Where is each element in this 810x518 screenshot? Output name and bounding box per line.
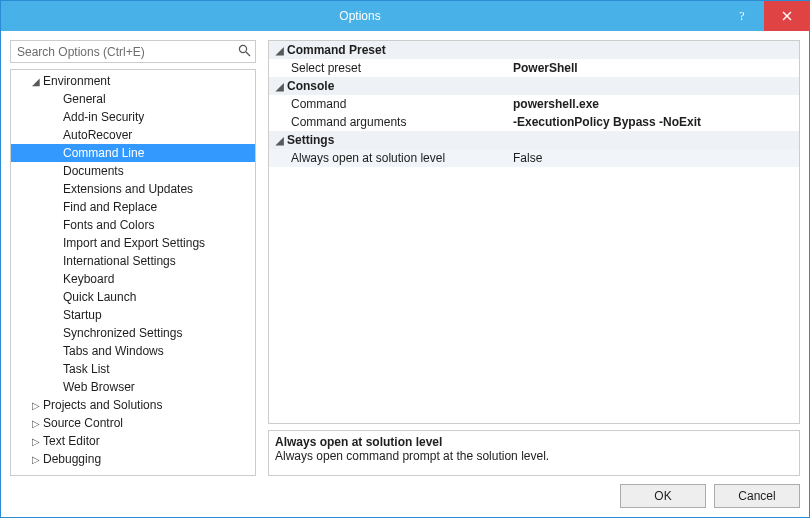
tree-item-label: Web Browser — [63, 380, 135, 394]
tree-item-label: Startup — [63, 308, 102, 322]
window-title: Options — [1, 9, 719, 23]
expander-closed-icon: ▷ — [29, 454, 43, 465]
tree-item-label: Quick Launch — [63, 290, 136, 304]
tree-item-label: Debugging — [43, 452, 101, 466]
property-category[interactable]: ◢Console — [269, 77, 799, 95]
help-button[interactable]: ? — [719, 1, 764, 31]
tree-item-label: Command Line — [63, 146, 144, 160]
tree-item[interactable]: Startup — [11, 306, 255, 324]
property-value[interactable]: powershell.exe — [509, 97, 799, 111]
description-pane: Always open at solution level Always ope… — [268, 430, 800, 476]
tree-item[interactable]: Extensions and Updates — [11, 180, 255, 198]
category-tree[interactable]: ◢EnvironmentGeneralAdd-in SecurityAutoRe… — [11, 70, 255, 475]
tree-item-label: Add-in Security — [63, 110, 144, 124]
property-row[interactable]: Always open at solution levelFalse — [269, 149, 799, 167]
tree-item[interactable]: AutoRecover — [11, 126, 255, 144]
tree-item[interactable]: ▷Source Control — [11, 414, 255, 432]
category-label: Command Preset — [287, 43, 386, 57]
ok-button[interactable]: OK — [620, 484, 706, 508]
tree-item-label: Fonts and Colors — [63, 218, 154, 232]
property-row[interactable]: Command arguments-ExecutionPolicy Bypass… — [269, 113, 799, 131]
property-label: Command arguments — [269, 115, 509, 129]
svg-line-2 — [246, 52, 250, 56]
tree-item-label: Source Control — [43, 416, 123, 430]
tree-item[interactable]: ▷Debugging — [11, 450, 255, 468]
tree-item-label: Extensions and Updates — [63, 182, 193, 196]
dialog-footer: OK Cancel — [10, 484, 800, 508]
tree-item[interactable]: Keyboard — [11, 270, 255, 288]
expander-closed-icon: ▷ — [29, 436, 43, 447]
tree-item-label: International Settings — [63, 254, 176, 268]
property-label: Always open at solution level — [269, 151, 509, 165]
svg-text:?: ? — [739, 10, 744, 22]
tree-item[interactable]: ◢Environment — [11, 72, 255, 90]
property-row[interactable]: Select presetPowerShell — [269, 59, 799, 77]
tree-item-label: Tabs and Windows — [63, 344, 164, 358]
tree-item-label: Import and Export Settings — [63, 236, 205, 250]
search-input[interactable] — [11, 41, 255, 62]
close-icon — [782, 11, 792, 21]
property-category[interactable]: ◢Command Preset — [269, 41, 799, 59]
property-category[interactable]: ◢Settings — [269, 131, 799, 149]
tree-item[interactable]: Find and Replace — [11, 198, 255, 216]
tree-item[interactable]: Command Line — [11, 144, 255, 162]
svg-point-1 — [239, 45, 246, 52]
tree-item[interactable]: International Settings — [11, 252, 255, 270]
tree-item-label: Task List — [63, 362, 110, 376]
tree-item[interactable]: Documents — [11, 162, 255, 180]
expander-closed-icon: ▷ — [29, 418, 43, 429]
tree-item[interactable]: ▷Text Editor — [11, 432, 255, 450]
expander-open-icon: ◢ — [29, 76, 43, 87]
tree-item-label: Keyboard — [63, 272, 114, 286]
description-body: Always open command prompt at the soluti… — [275, 449, 793, 463]
tree-item-label: AutoRecover — [63, 128, 132, 142]
property-grid[interactable]: ◢Command PresetSelect presetPowerShell◢C… — [268, 40, 800, 424]
category-label: Console — [287, 79, 334, 93]
close-button[interactable] — [764, 1, 809, 31]
property-value[interactable]: False — [509, 151, 799, 165]
expander-closed-icon: ▷ — [29, 400, 43, 411]
tree-item-label: Documents — [63, 164, 124, 178]
search-box[interactable] — [10, 40, 256, 63]
main-split: ◢EnvironmentGeneralAdd-in SecurityAutoRe… — [10, 40, 800, 476]
client-area: ◢EnvironmentGeneralAdd-in SecurityAutoRe… — [1, 31, 809, 517]
tree-item[interactable]: Import and Export Settings — [11, 234, 255, 252]
window-controls: ? — [719, 1, 809, 31]
tree-item[interactable]: Add-in Security — [11, 108, 255, 126]
title-bar: Options ? — [1, 1, 809, 31]
property-label: Select preset — [269, 61, 509, 75]
tree-item[interactable]: Fonts and Colors — [11, 216, 255, 234]
property-label: Command — [269, 97, 509, 111]
tree-item-label: General — [63, 92, 106, 106]
expander-open-icon: ◢ — [273, 135, 287, 146]
tree-item[interactable]: Synchronized Settings — [11, 324, 255, 342]
help-icon: ? — [736, 10, 748, 22]
tree-item[interactable]: Task List — [11, 360, 255, 378]
tree-item-label: Synchronized Settings — [63, 326, 182, 340]
right-column: ◢Command PresetSelect presetPowerShell◢C… — [268, 40, 800, 476]
tree-item-label: Environment — [43, 74, 110, 88]
description-title: Always open at solution level — [275, 435, 793, 449]
tree-item[interactable]: Quick Launch — [11, 288, 255, 306]
category-label: Settings — [287, 133, 334, 147]
tree-item-label: Find and Replace — [63, 200, 157, 214]
tree-item[interactable]: ▷Projects and Solutions — [11, 396, 255, 414]
expander-open-icon: ◢ — [273, 81, 287, 92]
category-tree-container: ◢EnvironmentGeneralAdd-in SecurityAutoRe… — [10, 69, 256, 476]
left-column: ◢EnvironmentGeneralAdd-in SecurityAutoRe… — [10, 40, 256, 476]
property-row[interactable]: Commandpowershell.exe — [269, 95, 799, 113]
tree-item[interactable]: Web Browser — [11, 378, 255, 396]
tree-item-label: Projects and Solutions — [43, 398, 162, 412]
expander-open-icon: ◢ — [273, 45, 287, 56]
property-value[interactable]: -ExecutionPolicy Bypass -NoExit — [509, 115, 799, 129]
tree-item-label: Text Editor — [43, 434, 100, 448]
cancel-button[interactable]: Cancel — [714, 484, 800, 508]
property-value[interactable]: PowerShell — [509, 61, 799, 75]
tree-item[interactable]: General — [11, 90, 255, 108]
tree-item[interactable]: Tabs and Windows — [11, 342, 255, 360]
search-icon — [238, 44, 251, 60]
